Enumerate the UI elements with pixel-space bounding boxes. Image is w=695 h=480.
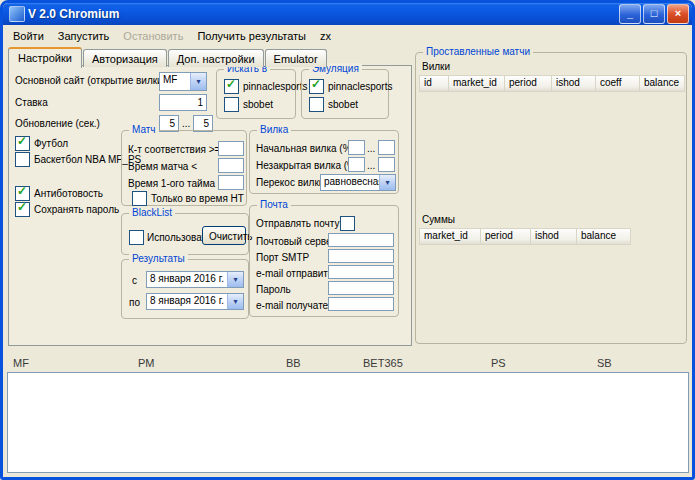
chevron-down-icon[interactable]: ▾ <box>227 272 243 287</box>
minimize-icon[interactable]: _ <box>619 4 641 24</box>
results-title: Результаты <box>129 253 188 264</box>
log-output[interactable] <box>7 372 689 473</box>
bookmaker-label-sb: SB <box>597 357 612 369</box>
match-coeff-label: К-т соответствия >= <box>128 144 220 155</box>
blacklist-clear-button[interactable]: Очистить <box>202 226 246 245</box>
column-header[interactable]: coeff <box>596 75 640 92</box>
mail-password-label: Пароль <box>256 284 291 295</box>
fork-initial-max-input[interactable] <box>378 140 395 155</box>
mail-send-checkbox[interactable] <box>340 216 355 231</box>
mail-sender-input[interactable] <box>328 265 394 279</box>
sums-label: Суммы <box>422 214 455 225</box>
column-header[interactable]: id <box>419 75 449 92</box>
column-header[interactable]: period <box>481 228 531 245</box>
close-icon[interactable]: × <box>667 4 689 24</box>
menu-login[interactable]: Войти <box>6 27 51 45</box>
column-header[interactable]: ishod <box>552 75 596 92</box>
column-header[interactable]: market_id <box>419 228 481 245</box>
results-group: Результаты с 8 января 2016 г. ▾ по 8 янв… <box>121 259 249 319</box>
chevron-down-icon[interactable]: ▾ <box>379 175 395 190</box>
column-header[interactable]: balance <box>640 75 685 92</box>
match-coeff-input[interactable] <box>218 141 244 156</box>
checkbox-icon[interactable] <box>129 230 144 245</box>
match-time-label: Время матча < <box>128 161 197 172</box>
checkbox-icon[interactable] <box>15 186 30 201</box>
stake-input[interactable] <box>159 94 207 111</box>
app-window: V 2.0 Chromium _ □ × Войти Запустить Ост… <box>0 0 695 480</box>
antibot-checkbox[interactable]: Антиботовость <box>15 186 103 201</box>
checkbox-icon[interactable] <box>309 79 324 94</box>
emulation-sbobet-checkbox[interactable]: sbobet <box>309 97 358 112</box>
fork-open-separator: ... <box>367 160 375 171</box>
tab-emulator[interactable]: Emulator <box>265 49 327 67</box>
antibot-label: Антиботовость <box>34 188 103 199</box>
mail-recipient-input[interactable] <box>328 297 394 311</box>
mail-password-input[interactable] <box>328 281 394 295</box>
column-header[interactable]: balance <box>577 228 631 245</box>
menu-zx[interactable]: zx <box>313 27 338 45</box>
mail-send-label: Отправлять почту <box>256 218 339 229</box>
save-password-checkbox[interactable]: Сохранять пароль <box>15 202 119 217</box>
fork-open-max-input[interactable] <box>378 157 395 172</box>
half-time-input[interactable] <box>218 175 244 190</box>
checkbox-icon[interactable] <box>309 97 324 112</box>
fork-skew-label: Перекос вилки <box>256 177 324 188</box>
search-pinnaclesports-label: pinnaclesports <box>243 81 307 92</box>
mail-recipient-label: e-mail получателя <box>256 300 339 311</box>
column-header[interactable]: ishod <box>531 228 577 245</box>
ht-only-label: Только во время HT <box>151 193 244 204</box>
mail-server-input[interactable] <box>328 233 394 247</box>
match-time-input[interactable] <box>218 158 244 173</box>
results-from-label: с <box>132 275 137 286</box>
fork-skew-select[interactable]: равновесная ▾ <box>320 174 396 191</box>
half-time-label: Время 1-ого тайма < <box>128 178 224 189</box>
mail-group: Почта Отправлять почту Почтовый сервер П… <box>249 205 399 317</box>
menu-get-results[interactable]: Получить результаты <box>190 27 313 45</box>
tab-settings[interactable]: Настройки <box>8 47 82 68</box>
blacklist-group: BlackList Использовать Очистить <box>121 213 249 255</box>
results-to-label: по <box>129 297 140 308</box>
sums-table-header: market_id period ishod balance <box>419 228 631 245</box>
placed-matches-title: Проставленные матчи <box>423 46 533 57</box>
mail-smtp-port-input[interactable] <box>328 249 394 263</box>
search-pinnaclesports-checkbox[interactable]: pinnaclesports <box>224 79 307 94</box>
mail-smtp-port-label: Порт SMTP <box>256 252 309 263</box>
emulation-pinnaclesports-checkbox[interactable]: pinnaclesports <box>309 79 392 94</box>
title-bar[interactable]: V 2.0 Chromium _ □ × <box>3 3 692 25</box>
menu-start[interactable]: Запустить <box>51 27 117 45</box>
fork-open-min-input[interactable] <box>348 157 365 172</box>
checkbox-icon[interactable] <box>224 97 239 112</box>
blacklist-use-checkbox[interactable]: Использовать <box>129 230 211 245</box>
stake-label: Ставка <box>15 97 48 108</box>
fork-skew-value: равновесная <box>321 175 379 190</box>
ht-only-checkbox[interactable]: Только во время HT <box>132 191 244 206</box>
main-site-select[interactable]: MF ▾ <box>159 72 207 91</box>
chevron-down-icon[interactable]: ▾ <box>227 294 243 309</box>
emulation-group: Эмуляция pinnaclesports sbobet <box>301 69 389 119</box>
tab-extra-settings[interactable]: Доп. настройки <box>168 49 264 67</box>
bookmaker-label-pm: PM <box>138 357 155 369</box>
football-checkbox[interactable]: Футбол <box>15 136 68 151</box>
results-from-datepicker[interactable]: 8 января 2016 г. ▾ <box>146 271 244 288</box>
checkbox-icon[interactable] <box>132 191 147 206</box>
results-to-datepicker[interactable]: 8 января 2016 г. ▾ <box>146 293 244 310</box>
search-sbobet-label: sbobet <box>243 99 273 110</box>
refresh-label: Обновление (сек.) <box>15 118 100 129</box>
save-password-label: Сохранять пароль <box>34 204 119 215</box>
checkbox-icon[interactable] <box>224 79 239 94</box>
main-site-value: MF <box>160 73 190 90</box>
main-site-label: Основной сайт (открытие вилки) <box>15 75 166 86</box>
chevron-down-icon[interactable]: ▾ <box>190 73 206 90</box>
forks-table-header: id market_id period ishod coeff balance <box>419 75 685 92</box>
mail-title: Почта <box>257 199 291 210</box>
window-title: V 2.0 Chromium <box>28 7 619 21</box>
tab-authorization[interactable]: Авторизация <box>83 49 167 67</box>
checkbox-icon[interactable] <box>15 136 30 151</box>
column-header[interactable]: market_id <box>449 75 505 92</box>
maximize-icon[interactable]: □ <box>643 4 665 24</box>
checkbox-icon[interactable] <box>15 202 30 217</box>
fork-initial-min-input[interactable] <box>348 140 365 155</box>
search-sbobet-checkbox[interactable]: sbobet <box>224 97 273 112</box>
checkbox-icon[interactable] <box>15 152 30 167</box>
column-header[interactable]: period <box>505 75 552 92</box>
